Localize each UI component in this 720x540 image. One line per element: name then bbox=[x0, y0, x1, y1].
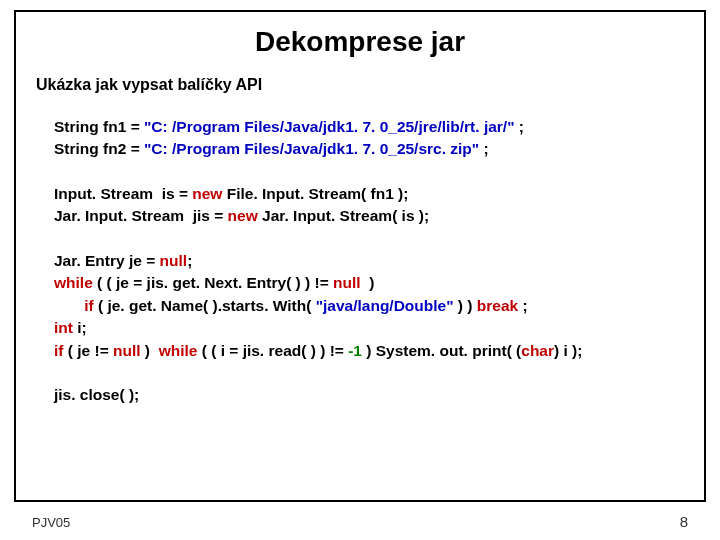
content-frame: Dekomprese jar Ukázka jak vypsat balíčky… bbox=[14, 10, 706, 502]
code-line: Input. Stream is = new File. Input. Stre… bbox=[54, 183, 684, 205]
code-line: if ( je != null ) while ( ( i = jis. rea… bbox=[54, 340, 684, 362]
slide: Dekomprese jar Ukázka jak vypsat balíčky… bbox=[0, 0, 720, 540]
page-number: 8 bbox=[680, 513, 688, 530]
code-line: while ( ( je = jis. get. Next. Entry( ) … bbox=[54, 272, 684, 294]
code-line: Jar. Entry je = null; bbox=[54, 250, 684, 272]
slide-subtitle: Ukázka jak vypsat balíčky API bbox=[36, 76, 684, 94]
code-line: jis. close( ); bbox=[54, 384, 684, 406]
code-line: String fn1 = "C: /Program Files/Java/jdk… bbox=[54, 116, 684, 138]
footer-label: PJV05 bbox=[32, 515, 70, 530]
code-line: int i; bbox=[54, 317, 684, 339]
code-line: String fn2 = "C: /Program Files/Java/jdk… bbox=[54, 138, 684, 160]
code-line: Jar. Input. Stream jis = new Jar. Input.… bbox=[54, 205, 684, 227]
code-line: if ( je. get. Name( ).starts. With( "jav… bbox=[54, 295, 684, 317]
code-block: String fn1 = "C: /Program Files/Java/jdk… bbox=[36, 116, 684, 407]
slide-title: Dekomprese jar bbox=[36, 26, 684, 58]
